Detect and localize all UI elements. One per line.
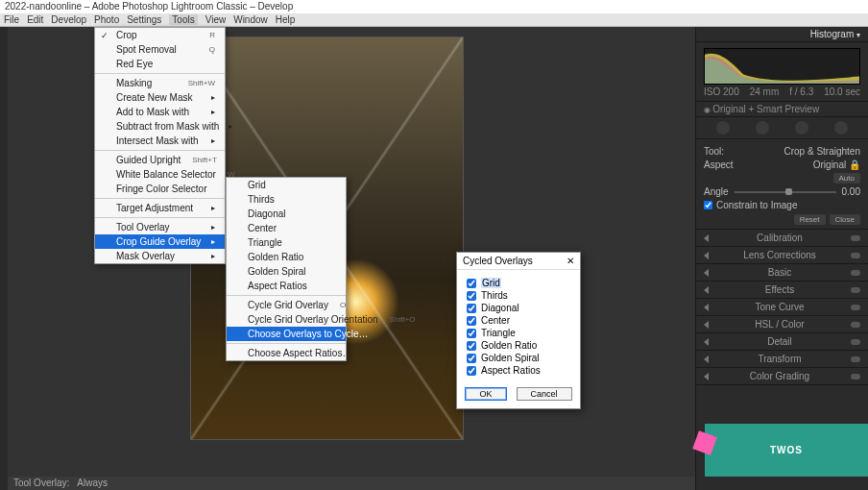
panel-hsl[interactable]: HSL / Color — [696, 316, 868, 333]
menu-item[interactable]: Fringe Color Selector — [95, 182, 225, 196]
submenu-item[interactable]: Grid — [227, 178, 346, 192]
menu-edit[interactable]: Edit — [27, 14, 43, 25]
panel-detail[interactable]: Detail — [696, 333, 868, 351]
menu-item[interactable]: Tool Overlay — [95, 220, 225, 234]
cycled-overlays-dialog: Cycled Overlays ✕ GridThirdsDiagonalCent… — [456, 252, 581, 409]
crop-tool-panel: Tool:Crop & Straighten Aspect Original 🔒… — [696, 139, 868, 230]
submenu-item[interactable]: Choose Aspect Ratios… — [227, 346, 346, 360]
status-label: Tool Overlay: — [13, 478, 69, 489]
overlay-option[interactable]: Center — [467, 315, 570, 326]
window-titlebar: 2022-nandoonline – Adobe Photoshop Light… — [0, 0, 868, 13]
menu-item[interactable]: CropR — [95, 28, 225, 42]
menu-item[interactable]: Intersect Mask with — [95, 134, 225, 148]
dialog-title: Cycled Overlays — [463, 256, 533, 266]
window-title: 2022-nandoonline – Adobe Photoshop Light… — [5, 1, 293, 12]
menu-tools[interactable]: Tools — [169, 14, 197, 25]
submenu-item[interactable]: Center — [227, 221, 346, 235]
panel-color-grading[interactable]: Color Grading — [696, 368, 868, 385]
menu-item[interactable]: Spot RemovalQ — [95, 42, 225, 57]
menu-item[interactable]: Mask Overlay — [95, 249, 225, 263]
overlay-option[interactable]: Aspect Ratios — [467, 365, 570, 376]
menu-item[interactable]: MaskingShift+W — [95, 76, 225, 90]
crop-guide-submenu: GridThirdsDiagonalCenterTriangleGolden R… — [226, 177, 347, 361]
crop-tool-icon[interactable] — [716, 121, 730, 135]
overlay-checkbox[interactable] — [467, 304, 476, 313]
overlay-checkbox[interactable] — [467, 316, 476, 326]
auto-button[interactable]: Auto — [833, 173, 860, 184]
panel-tone-curve[interactable]: Tone Curve — [696, 299, 868, 316]
menu-item[interactable]: Add to Mask with — [95, 105, 225, 119]
menu-window[interactable]: Window — [233, 14, 268, 25]
angle-slider[interactable] — [735, 191, 836, 193]
overlay-checkbox[interactable] — [467, 329, 476, 338]
status-value[interactable]: Always — [77, 478, 108, 489]
submenu-item[interactable]: Cycle Grid Overlay OrientationShift+O — [227, 312, 346, 327]
menu-view[interactable]: View — [205, 14, 227, 25]
menu-develop[interactable]: Develop — [51, 14, 86, 25]
panel-transform[interactable]: Transform — [696, 351, 868, 368]
submenu-item[interactable]: Cycle Grid OverlayO — [227, 298, 346, 312]
menu-file[interactable]: File — [4, 14, 19, 25]
submenu-item[interactable]: Golden Spiral — [227, 264, 346, 279]
menubar: File Edit Develop Photo Settings Tools V… — [0, 13, 868, 27]
close-icon[interactable]: ✕ — [567, 256, 574, 266]
submenu-item[interactable]: Triangle — [227, 235, 346, 250]
angle-label: Angle — [704, 186, 729, 197]
tools-dropdown: CropRSpot RemovalQRed EyeMaskingShift+WC… — [94, 27, 226, 264]
overlay-checkbox[interactable] — [467, 354, 476, 363]
submenu-item[interactable]: Golden Ratio — [227, 250, 346, 264]
histogram-header[interactable]: Histogram ▾ — [696, 27, 868, 42]
menu-item[interactable]: Guided UprightShift+T — [95, 153, 225, 167]
submenu-item[interactable]: Thirds — [227, 192, 346, 207]
menu-help[interactable]: Help — [276, 14, 296, 25]
mask-tool-icon[interactable] — [834, 121, 848, 135]
ok-button[interactable]: OK — [465, 387, 506, 401]
status-bar: Tool Overlay: Always — [8, 477, 695, 490]
menu-item[interactable]: Red Eye — [95, 57, 225, 71]
menu-settings[interactable]: Settings — [127, 14, 161, 25]
panel-effects[interactable]: Effects — [696, 282, 868, 299]
constrain-checkbox[interactable] — [704, 201, 712, 209]
heal-tool-icon[interactable] — [756, 121, 769, 135]
panel-calibration[interactable]: Calibration — [696, 230, 868, 247]
tool-strip — [696, 117, 868, 139]
aspect-label: Aspect — [704, 159, 734, 170]
aspect-dropdown[interactable]: Original — [813, 159, 846, 170]
submenu-item[interactable]: Choose Overlays to Cycle… — [227, 327, 346, 341]
close-button[interactable]: Close — [830, 214, 860, 225]
menu-item[interactable]: Subtract from Mask with — [95, 119, 225, 134]
panel-basic[interactable]: Basic — [696, 264, 868, 282]
histogram[interactable] — [704, 48, 860, 85]
menu-item[interactable]: White Balance SelectorW — [95, 167, 225, 182]
overlay-checkbox[interactable] — [467, 341, 476, 351]
overlay-option[interactable]: Golden Spiral — [467, 353, 570, 363]
overlay-option[interactable]: Thirds — [467, 290, 570, 301]
preview-mode[interactable]: ◉ Original + Smart Preview — [696, 101, 868, 117]
reset-button[interactable]: Reset — [794, 214, 826, 225]
menu-item[interactable]: Target Adjustment — [95, 201, 225, 215]
overlay-option[interactable]: Triangle — [467, 328, 570, 338]
menu-photo[interactable]: Photo — [94, 14, 119, 25]
histogram-info: ISO 20024 mmf / 6.310.0 sec — [696, 86, 868, 101]
right-panel: Histogram ▾ ISO 20024 mmf / 6.310.0 sec … — [695, 27, 868, 490]
menu-item[interactable]: Crop Guide Overlay — [95, 234, 225, 249]
overlay-checkbox[interactable] — [467, 291, 476, 301]
tool-name: Crop & Straighten — [784, 146, 861, 157]
angle-value[interactable]: 0.00 — [842, 186, 860, 197]
overlay-option[interactable]: Grid — [467, 278, 570, 288]
cancel-button[interactable]: Cancel — [517, 387, 572, 401]
overlay-checkbox[interactable] — [467, 279, 476, 288]
panel-lens[interactable]: Lens Corrections — [696, 247, 868, 264]
lock-icon[interactable]: 🔒 — [849, 159, 860, 170]
redeye-tool-icon[interactable] — [795, 121, 808, 135]
overlay-option[interactable]: Diagonal — [467, 303, 570, 313]
menu-item[interactable]: Create New Mask — [95, 90, 225, 105]
overlay-checkbox[interactable] — [467, 366, 476, 376]
submenu-item[interactable]: Diagonal — [227, 207, 346, 221]
submenu-item[interactable]: Aspect Ratios — [227, 279, 346, 293]
watermark-logo: TWOS — [705, 424, 868, 477]
overlay-option[interactable]: Golden Ratio — [467, 340, 570, 351]
